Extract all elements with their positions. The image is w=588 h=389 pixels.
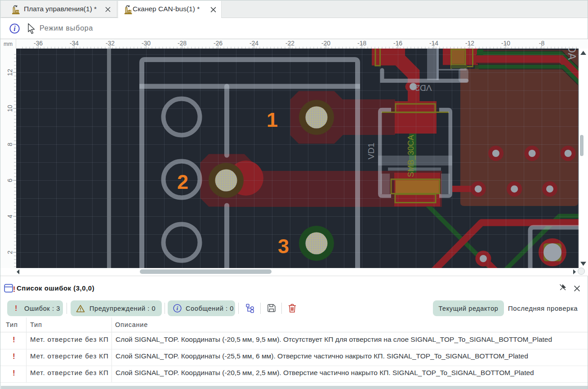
svg-text:i: i <box>176 305 178 312</box>
svg-text:4: 4 <box>6 215 13 218</box>
svg-text:!: ! <box>13 285 16 294</box>
svg-text:i: i <box>13 25 16 32</box>
svg-text:3: 3 <box>278 235 289 258</box>
svg-text:1: 1 <box>267 108 278 131</box>
svg-text:12: 12 <box>6 69 13 76</box>
svg-text:10: 10 <box>6 105 13 112</box>
svg-text:2: 2 <box>6 250 13 254</box>
svg-text:VD1: VD1 <box>366 143 376 160</box>
svg-text:8: 8 <box>6 143 13 146</box>
svg-text:2: 2 <box>177 170 188 193</box>
svg-text:6: 6 <box>6 179 13 182</box>
svg-text:SMB_30CA: SMB_30CA <box>406 135 416 177</box>
svg-text:DA: DA <box>566 49 578 60</box>
svg-text:VD2: VD2 <box>415 83 432 93</box>
